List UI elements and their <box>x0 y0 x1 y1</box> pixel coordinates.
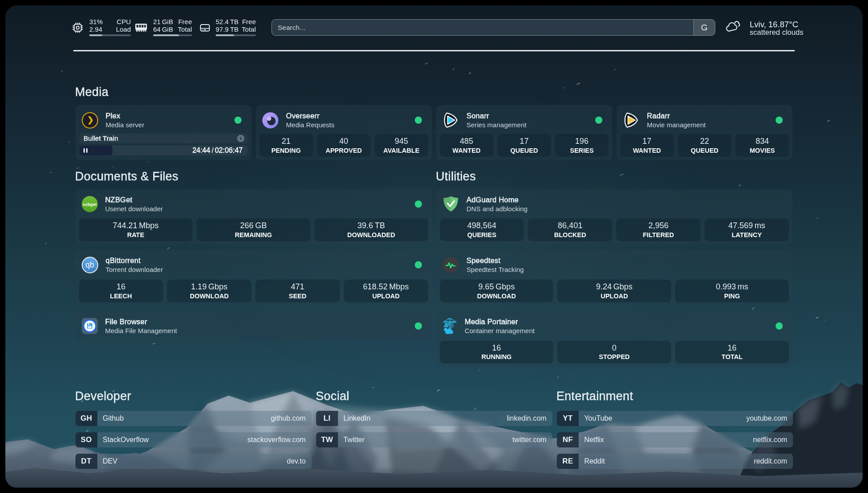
svg-text:nzbget: nzbget <box>83 201 97 206</box>
svg-text:qb: qb <box>85 260 94 269</box>
